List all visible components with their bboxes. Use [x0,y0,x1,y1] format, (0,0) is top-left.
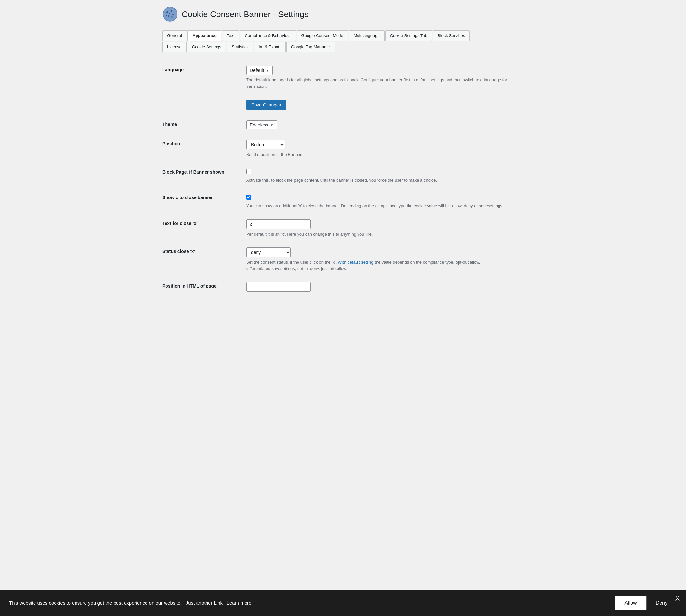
cookie-close-button[interactable]: X [676,595,680,602]
position-html-label: Position in HTML of page [162,282,246,288]
cookie-banner-text: This website uses cookies to ensure you … [9,599,611,607]
svg-point-0 [163,7,177,21]
svg-point-7 [167,15,168,16]
svg-point-6 [169,13,170,14]
position-html-control [246,282,524,292]
language-value: Default [250,68,264,73]
chevron-down-icon: ▼ [266,69,269,72]
tab-appearance[interactable]: Appearance [187,30,221,41]
cookie-banner-link2[interactable]: Learn more [227,600,252,606]
tabs-container: General Appearance Text Compliance & Beh… [162,29,524,53]
block-page-control: Activate this, to block the page content… [246,168,524,183]
theme-row: Theme Edgeless ▼ [162,115,524,135]
text-close-x-description: Per default it is an 'x'. Here you can c… [246,231,524,238]
language-row: Language Default ▼ The default language … [162,61,524,94]
svg-point-2 [171,10,172,12]
tab-block-services[interactable]: Block Services [433,30,470,41]
cookie-allow-button[interactable]: Allow [615,596,646,610]
tab-compliance[interactable]: Compliance & Behaviour [240,30,296,41]
tab-cookie-settings[interactable]: Cookie Settings [187,42,226,52]
tab-license[interactable]: License [162,42,186,52]
svg-point-5 [171,17,173,18]
language-control: Default ▼ The default language is for al… [246,66,524,89]
page-title: Cookie Consent Banner - Settings [182,9,308,19]
theme-control: Edgeless ▼ [246,120,524,129]
svg-point-3 [172,14,174,15]
status-close-x-label: Status close 'x' [162,247,246,254]
position-control: Bottom Top Left Right Set the position o… [246,140,524,158]
plugin-icon [162,6,178,22]
show-x-control: You can show an additional 'x' to close … [246,194,524,209]
block-page-checkbox[interactable] [246,169,251,174]
text-close-x-input[interactable]: x [246,219,311,229]
cookie-banner-message: This website uses cookies to ensure you … [9,600,182,606]
save-row: Save Changes [162,94,524,115]
position-html-row: Position in HTML of page [162,277,524,297]
status-close-x-control: deny allow savesettings Set the consent … [246,247,524,272]
tabs-row-1: General Appearance Text Compliance & Beh… [162,30,524,42]
show-x-row: Show x to close banner You can show an a… [162,189,524,214]
tab-multilanguage[interactable]: Multilanguage [349,30,384,41]
position-description: Set the position of the Banner. [246,151,524,158]
tabs-row-2: License Cookie Settings Statistics Im & … [162,42,524,53]
cookie-banner: X This website uses cookies to ensure yo… [0,590,686,616]
language-dropdown[interactable]: Default ▼ [246,66,273,75]
block-page-row: Block Page, if Banner shown Activate thi… [162,163,524,189]
tab-google-consent[interactable]: Google Consent Mode [296,30,348,41]
svg-point-4 [168,16,170,17]
position-select[interactable]: Bottom Top Left Right [246,140,285,149]
settings-content: Language Default ▼ The default language … [162,53,524,305]
text-close-x-row: Text for close 'x' x Per default it is a… [162,214,524,243]
cookie-banner-link1[interactable]: Just another Link [186,600,223,606]
show-x-checkbox[interactable] [246,195,251,200]
tab-text[interactable]: Text [222,30,239,41]
status-close-x-select[interactable]: deny allow savesettings [246,247,291,257]
show-x-description: You can show an additional 'x' to close … [246,203,524,209]
language-description: The default language is for all global s… [246,77,524,89]
position-row: Position Bottom Top Left Right Set the p… [162,135,524,163]
tab-google-tag[interactable]: Google Tag Manager [286,42,335,52]
text-close-x-label: Text for close 'x' [162,219,246,226]
tab-im-export[interactable]: Im & Export [254,42,286,52]
chevron-down-icon: ▼ [270,123,274,127]
tab-statistics[interactable]: Statistics [227,42,253,52]
save-changes-button[interactable]: Save Changes [246,100,286,110]
theme-dropdown[interactable]: Edgeless ▼ [246,120,277,129]
cookie-banner-buttons: Allow Deny [615,596,677,610]
page-header: Cookie Consent Banner - Settings [162,6,524,22]
text-close-x-control: x Per default it is an 'x'. Here you can… [246,219,524,238]
status-close-x-row: Status close 'x' deny allow savesettings… [162,242,524,277]
block-page-label: Block Page, if Banner shown [162,168,246,175]
svg-point-1 [167,11,169,13]
language-label: Language [162,66,246,72]
tab-general[interactable]: General [162,30,187,41]
theme-label: Theme [162,120,246,127]
position-label: Position [162,140,246,146]
status-desc-highlight: With default setting [338,260,374,265]
tab-cookie-settings-tab[interactable]: Cookie Settings Tab [385,30,432,41]
show-x-label: Show x to close banner [162,194,246,200]
theme-value: Edgeless [250,122,268,128]
block-page-description: Activate this, to block the page content… [246,177,524,183]
cookie-deny-button[interactable]: Deny [646,596,677,610]
position-html-input[interactable] [246,282,311,292]
status-close-x-description: Set the consent status, if the user clic… [246,259,524,272]
